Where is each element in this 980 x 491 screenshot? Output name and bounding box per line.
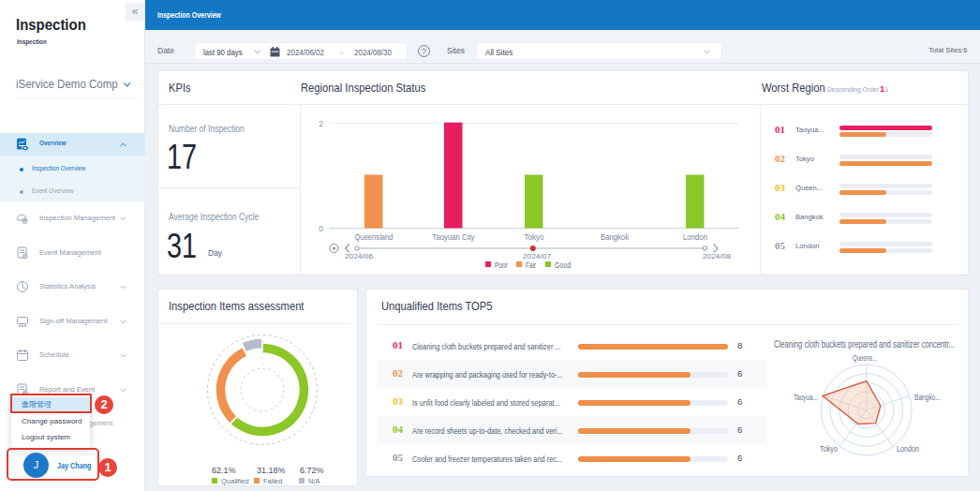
svg-text:Tokyo: Tokyo xyxy=(525,232,544,242)
svg-text:Taoyua...: Taoyua... xyxy=(794,393,818,402)
svg-text:Taoyuan City: Taoyuan City xyxy=(433,232,476,242)
svg-text:London: London xyxy=(683,232,707,242)
svg-text:Fair: Fair xyxy=(526,260,536,270)
svg-text:Cleaning cloth buckets prepare: Cleaning cloth buckets prepared and sani… xyxy=(774,339,955,350)
svg-text:Queens...: Queens... xyxy=(853,353,877,363)
svg-text:Tokyo: Tokyo xyxy=(820,444,838,454)
svg-text:Good: Good xyxy=(555,260,571,270)
svg-text:London: London xyxy=(897,444,919,454)
svg-text:Bangkok: Bangkok xyxy=(601,232,630,242)
svg-text:Queensland: Queensland xyxy=(355,232,393,242)
svg-text:2: 2 xyxy=(319,119,323,128)
svg-text:Bangko...: Bangko... xyxy=(914,393,941,402)
svg-text:0: 0 xyxy=(319,224,323,233)
svg-text:2024/06: 2024/06 xyxy=(345,252,374,260)
svg-text:Poor: Poor xyxy=(495,260,508,270)
svg-text:2024/08: 2024/08 xyxy=(703,252,732,260)
